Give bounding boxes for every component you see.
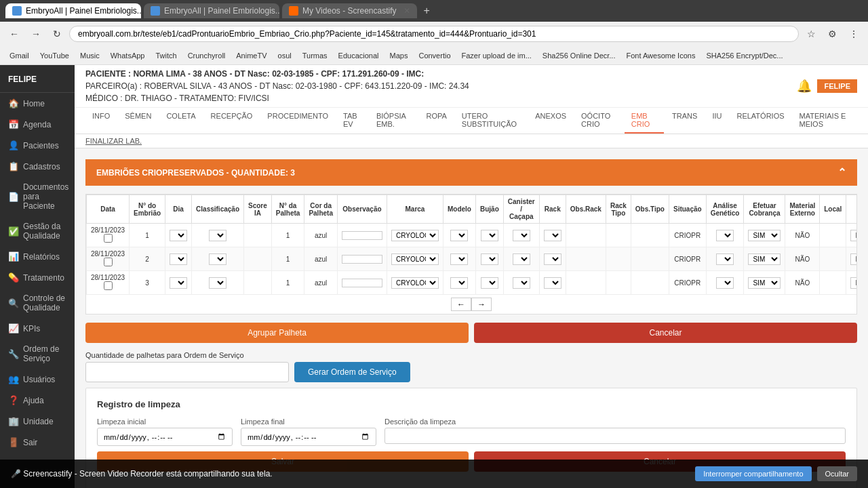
bookmark-gmail[interactable]: Gmail xyxy=(5,50,33,61)
select-cobranca-0[interactable]: SIMNAO xyxy=(748,230,781,241)
tab-utero[interactable]: UTERO SUBSTITUIÇÃO xyxy=(455,108,527,134)
tab-tabev[interactable]: TAB EV xyxy=(336,108,368,134)
tab-recepcao[interactable]: RECEPÇÃO xyxy=(204,108,260,134)
bookmark-button[interactable]: ☆ xyxy=(803,27,820,41)
select-canister-2[interactable] xyxy=(513,277,530,289)
tab-materiais[interactable]: MATERIAIS E MEIOS xyxy=(793,108,857,134)
select-canister-0[interactable] xyxy=(513,230,530,241)
forward-button[interactable]: → xyxy=(27,27,45,41)
bookmark-twitch[interactable]: Twitch xyxy=(151,50,180,61)
select-congelado-0[interactable]: FELIPE ~ xyxy=(850,230,857,241)
sidebar-item-tratamento[interactable]: 💊 Tratamento xyxy=(0,267,75,288)
tab-3-close[interactable]: ✕ xyxy=(403,6,410,16)
sidebar-item-home[interactable]: 🏠 Home xyxy=(0,93,75,114)
hide-button[interactable]: Ocultar xyxy=(817,466,857,481)
select-class-0[interactable] xyxy=(209,230,226,241)
tab-relatorios[interactable]: RELATÓRIOS xyxy=(730,108,791,134)
tab-procedimento[interactable]: PROCEDIMENTO xyxy=(260,108,335,134)
select-dia-0[interactable] xyxy=(170,230,187,241)
select-analise-0[interactable] xyxy=(716,230,734,241)
obs-input-2[interactable] xyxy=(342,279,382,287)
sidebar-item-ajuda[interactable]: ❓ Ajuda xyxy=(0,390,75,411)
sidebar-item-kpis[interactable]: 📈 KPIs xyxy=(0,318,75,339)
tab-emb-crio[interactable]: EMB CRIO xyxy=(625,108,664,134)
agrupar-palheta-button[interactable]: Agrupar Palheta xyxy=(85,323,469,343)
scroll-right-button[interactable]: → xyxy=(471,298,492,311)
menu-button[interactable]: ⋮ xyxy=(845,27,863,41)
stop-sharing-button[interactable]: Interromper compartilhamento xyxy=(695,466,811,481)
tab-anexos[interactable]: ANEXOS xyxy=(528,108,573,134)
bookmark-upload[interactable]: Fazer upload de im... xyxy=(458,50,536,61)
bell-icon[interactable]: 🔔 xyxy=(797,79,812,94)
bookmark-crunchyroll[interactable]: Crunchyroll xyxy=(184,50,230,61)
select-congelado-2[interactable]: FELIPE ~ xyxy=(850,277,857,289)
bookmark-maps[interactable]: Maps xyxy=(386,50,412,61)
sidebar-item-controle[interactable]: 🔍 Controle de Qualidade xyxy=(0,288,75,318)
select-class-2[interactable] xyxy=(209,277,226,289)
select-marca-1[interactable]: CRYOLOCK xyxy=(391,253,439,265)
tab-info[interactable]: INFO xyxy=(85,108,117,134)
select-bujao-2[interactable] xyxy=(481,277,498,289)
qty-input[interactable] xyxy=(85,362,289,382)
tab-oocito[interactable]: OÓCITO CRIO xyxy=(574,108,623,134)
bookmark-educacional[interactable]: Educacional xyxy=(334,50,383,61)
bookmark-youtube[interactable]: YouTube xyxy=(36,50,73,61)
sidebar-item-unidade[interactable]: 🏢 Unidade xyxy=(0,411,75,432)
select-rack-2[interactable] xyxy=(544,277,561,289)
back-button[interactable]: ← xyxy=(5,27,23,41)
finalize-lab-link[interactable]: FINALIZAR LAB. xyxy=(75,134,868,148)
tab-3[interactable]: My Videos - Screencastify ✕ xyxy=(282,3,417,18)
bookmark-whatsapp[interactable]: WhatsApp xyxy=(106,50,149,61)
url-bar[interactable] xyxy=(69,26,799,42)
sidebar-item-sair[interactable]: 🚪 Sair xyxy=(0,432,75,453)
descricao-input[interactable] xyxy=(384,428,846,444)
embryos-collapse-button[interactable]: ⌃ xyxy=(837,166,846,179)
checkbox-1[interactable] xyxy=(104,258,113,266)
tab-semen[interactable]: SÊMEN xyxy=(118,108,158,134)
select-modelo-1[interactable] xyxy=(450,253,468,265)
select-rack-0[interactable] xyxy=(544,230,561,241)
tab-2[interactable]: EmbryoAll | Painel Embriologis... ✕ xyxy=(144,3,279,18)
tab-coleta[interactable]: COLETA xyxy=(159,108,202,134)
tab-iiu[interactable]: IIU xyxy=(705,108,728,134)
extensions-button[interactable]: ⚙ xyxy=(824,27,841,41)
new-tab-button[interactable]: + xyxy=(420,3,434,18)
select-class-1[interactable] xyxy=(209,253,226,265)
tab-trans[interactable]: TRANS xyxy=(665,108,704,134)
tab-1[interactable]: EmbryoAll | Painel Embriologis... ✕ xyxy=(5,3,141,18)
limpeza-inicial-input[interactable] xyxy=(97,428,233,446)
select-modelo-2[interactable] xyxy=(450,277,468,289)
select-dia-2[interactable] xyxy=(170,277,187,289)
select-rack-1[interactable] xyxy=(544,253,561,265)
select-cobranca-1[interactable]: SIMNAO xyxy=(748,253,781,265)
select-marca-2[interactable]: CRYOLOCK xyxy=(391,277,439,289)
select-modelo-0[interactable] xyxy=(450,230,468,241)
select-analise-1[interactable] xyxy=(716,253,734,265)
sidebar-item-agenda[interactable]: 📅 Agenda xyxy=(0,114,75,135)
sidebar-item-cadastros[interactable]: 📋 Cadastros xyxy=(0,156,75,177)
refresh-button[interactable]: ↻ xyxy=(49,27,65,41)
bookmark-osul[interactable]: osul xyxy=(274,50,296,61)
bookmark-turmas[interactable]: Turmas xyxy=(298,50,332,61)
bookmark-fontawesome[interactable]: Font Awesome Icons xyxy=(622,50,699,61)
obs-input-1[interactable] xyxy=(342,255,382,264)
select-bujao-1[interactable] xyxy=(481,253,498,265)
tab-biopsia[interactable]: BIÓPSIA EMB. xyxy=(370,108,418,134)
select-cobranca-2[interactable]: SIMNAO xyxy=(748,277,781,289)
tab-ropa[interactable]: ROPA xyxy=(419,108,453,134)
sidebar-item-documentos[interactable]: 📄 Documentos para Paciente xyxy=(0,177,75,216)
limpeza-final-input[interactable] xyxy=(241,428,376,446)
sidebar-item-gestao[interactable]: ✅ Gestão da Qualidade xyxy=(0,216,75,246)
select-bujao-0[interactable] xyxy=(481,230,498,241)
bookmark-convertio[interactable]: Convertio xyxy=(414,50,454,61)
checkbox-2[interactable] xyxy=(104,281,113,290)
sidebar-item-pacientes[interactable]: 👤 Pacientes xyxy=(0,135,75,156)
select-analise-2[interactable] xyxy=(716,277,734,289)
scroll-left-button[interactable]: ← xyxy=(451,298,471,311)
gerar-os-button[interactable]: Gerar Ordem de Serviço xyxy=(294,362,410,382)
cancelar-button[interactable]: Cancelar xyxy=(474,323,857,343)
sidebar-item-relatorios[interactable]: 📊 Relatórios xyxy=(0,246,75,267)
obs-input-0[interactable] xyxy=(342,231,382,240)
select-dia-1[interactable] xyxy=(170,253,187,265)
sidebar-item-ordem[interactable]: 🔧 Ordem de Serviço xyxy=(0,339,75,369)
